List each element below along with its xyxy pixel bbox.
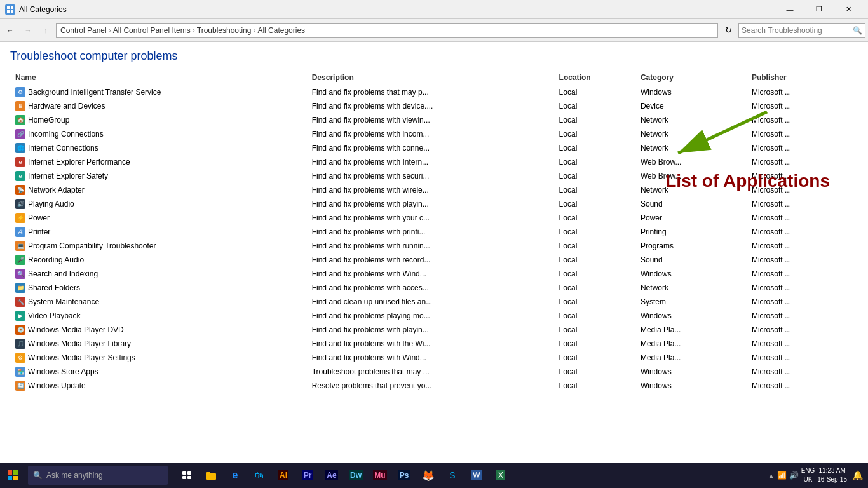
crumb-control-panel: Control Panel — [60, 26, 107, 35]
task-view-button[interactable] — [175, 463, 198, 488]
table-row[interactable]: e Internet Explorer Safety Find and fix … — [10, 169, 858, 183]
window-icon — [5, 4, 15, 15]
network-icon[interactable]: 📶 — [777, 471, 787, 480]
address-bar: ← → ↑ Control Panel › All Control Panel … — [0, 19, 868, 42]
address-path[interactable]: Control Panel › All Control Panel Items … — [56, 23, 718, 38]
item-name-text: Video Playback — [28, 311, 81, 320]
table-row[interactable]: 🔊 Playing Audio Find and fix problems wi… — [10, 197, 858, 211]
cell-location: Local — [554, 127, 635, 141]
refresh-button[interactable]: ↻ — [721, 23, 736, 38]
cell-description: Find and fix problems with playin... — [307, 323, 554, 337]
edge-button[interactable]: e — [224, 463, 247, 488]
table-row[interactable]: 🎵 Windows Media Player Library Find and … — [10, 337, 858, 351]
cell-location: Local — [554, 169, 635, 183]
cell-publisher: Microsoft ... — [747, 351, 858, 365]
up-button[interactable]: ↑ — [38, 23, 53, 38]
table-row[interactable]: 🖥 Hardware and Devices Find and fix prob… — [10, 99, 858, 113]
content-area: Troubleshoot computer problems List of A… — [0, 42, 868, 463]
table-row[interactable]: 🌐 Internet Connections Find and fix prob… — [10, 141, 858, 155]
table-row[interactable]: ⚡ Power Find and fix problems with your … — [10, 211, 858, 225]
premiere-button[interactable]: Pr — [296, 463, 319, 488]
table-row[interactable]: 🏪 Windows Store Apps Troubleshoot proble… — [10, 365, 858, 379]
system-clock[interactable]: 11:23 AM 16-Sep-15 — [817, 466, 847, 484]
item-icon: 🔄 — [15, 381, 25, 391]
cell-location: Local — [554, 99, 635, 113]
table-row[interactable]: 📁 Shared Folders Find and fix problems w… — [10, 281, 858, 295]
table-row[interactable]: 🏠 HomeGroup Find and fix problems with v… — [10, 113, 858, 127]
table-row[interactable]: 💻 Program Compatibility Troubleshooter F… — [10, 239, 858, 253]
cell-location: Local — [554, 295, 635, 309]
item-icon: 🏠 — [15, 115, 25, 125]
col-header-name[interactable]: Name — [10, 71, 307, 85]
forward-button[interactable]: → — [20, 23, 36, 38]
firefox-button[interactable]: 🦊 — [417, 463, 440, 488]
item-name-text: Playing Audio — [28, 200, 74, 208]
cell-name: ⚙ Background Intelligent Transfer Servic… — [10, 85, 307, 99]
store-button[interactable]: 🛍 — [248, 463, 271, 488]
excel-button[interactable]: X — [489, 463, 512, 488]
cell-name: 🏪 Windows Store Apps — [10, 365, 307, 379]
search-taskbar-icon: 🔍 — [33, 471, 43, 480]
cell-location: Local — [554, 85, 635, 99]
item-icon: ⚙ — [15, 87, 25, 97]
cell-location: Local — [554, 323, 635, 337]
table-row[interactable]: e Internet Explorer Performance Find and… — [10, 155, 858, 169]
svg-rect-0 — [7, 6, 10, 9]
item-name-text: Network Adapter — [28, 186, 85, 194]
cell-publisher: Microsoft ... — [747, 253, 858, 267]
col-header-publisher[interactable]: Publisher — [747, 71, 858, 85]
table-row[interactable]: 🔄 Windows Update Resolve problems that p… — [10, 379, 858, 393]
table-row[interactable]: 🎤 Recording Audio Find and fix problems … — [10, 253, 858, 267]
speaker-icon[interactable]: 🔊 — [789, 471, 799, 480]
col-header-location[interactable]: Location — [554, 71, 635, 85]
table-row[interactable]: ⚙ Background Intelligent Transfer Servic… — [10, 85, 858, 99]
taskbar-search[interactable]: 🔍 Ask me anything — [28, 466, 168, 485]
dw-button[interactable]: Dw — [344, 463, 367, 488]
cell-description: Find and fix problems with your c... — [307, 211, 554, 225]
minimize-button[interactable]: — — [775, 0, 804, 19]
skype-button[interactable]: S — [441, 463, 464, 488]
start-button[interactable] — [0, 463, 25, 488]
table-row[interactable]: ▶ Video Playback Find and fix problems p… — [10, 309, 858, 323]
table-row[interactable]: 📡 Network Adapter Find and fix problems … — [10, 183, 858, 197]
cell-location: Local — [554, 351, 635, 365]
file-explorer-button[interactable] — [200, 463, 222, 488]
back-button[interactable]: ← — [3, 23, 18, 38]
item-name-text: Windows Media Player Settings — [28, 353, 135, 362]
table-row[interactable]: 🔍 Search and Indexing Find and fix probl… — [10, 267, 858, 281]
cell-category: Windows — [635, 309, 747, 323]
language-indicator[interactable]: ENGUK — [801, 466, 815, 484]
table-row[interactable]: 🔧 System Maintenance Find and clean up u… — [10, 295, 858, 309]
close-button[interactable]: ✕ — [834, 0, 863, 19]
cell-publisher: Microsoft ... — [747, 169, 858, 183]
notification-icon[interactable]: 🔔 — [852, 470, 863, 480]
table-row[interactable]: 🔗 Incoming Connections Find and fix prob… — [10, 127, 858, 141]
illustrator-button[interactable]: Ai — [272, 463, 295, 488]
show-hidden-icon[interactable]: ▲ — [768, 472, 775, 479]
search-box[interactable]: 🔍 — [738, 23, 865, 38]
table-row[interactable]: 🖨 Printer Find and fix problems with pri… — [10, 225, 858, 239]
search-input[interactable] — [742, 26, 850, 35]
ps-button[interactable]: Ps — [393, 463, 416, 488]
cell-category: Sound — [635, 253, 747, 267]
mu-button[interactable]: Mu — [369, 463, 391, 488]
table-row[interactable]: ⚙ Windows Media Player Settings Find and… — [10, 351, 858, 365]
svg-rect-8 — [8, 476, 12, 480]
item-name-text: Power — [28, 214, 50, 222]
svg-rect-13 — [187, 476, 191, 479]
taskbar-right: ▲ 📶 🔊 ENGUK 11:23 AM 16-Sep-15 🔔 — [763, 466, 868, 484]
maximize-button[interactable]: ❐ — [804, 0, 834, 19]
col-header-description[interactable]: Description — [307, 71, 554, 85]
cell-publisher: Microsoft ... — [747, 141, 858, 155]
cell-name: 🖥 Hardware and Devices — [10, 99, 307, 113]
item-name-text: Search and Indexing — [28, 269, 98, 278]
cell-name: e Internet Explorer Safety — [10, 169, 307, 183]
cell-location: Local — [554, 141, 635, 155]
cell-publisher: Microsoft ... — [747, 379, 858, 393]
table-row[interactable]: 💿 Windows Media Player DVD Find and fix … — [10, 323, 858, 337]
col-header-category[interactable]: Category — [635, 71, 747, 85]
cell-category: System — [635, 295, 747, 309]
word-button[interactable]: W — [465, 463, 488, 488]
ae-button[interactable]: Ae — [320, 463, 343, 488]
cell-publisher: Microsoft ... — [747, 211, 858, 225]
